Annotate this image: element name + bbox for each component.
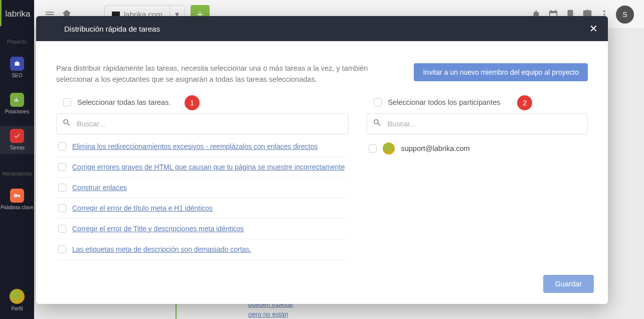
participants-search-input[interactable] [367,113,588,134]
task-row: Elimina los redireccionamientos excesivo… [56,136,347,157]
task-checkbox[interactable] [58,184,66,192]
participants-list[interactable]: support@labrika.com [367,136,588,261]
avatar-icon [383,142,395,154]
task-checkbox[interactable] [58,245,66,253]
task-link[interactable]: Corrige errores graves de HTML que causa… [72,163,345,171]
task-checkbox[interactable] [58,163,66,171]
modal-backdrop: Distribución rápida de tareas ✕ Para dis… [0,0,644,319]
tasks-column: 1 Seleccionar todas las tareas. [56,98,349,261]
task-link[interactable]: Construir enlaces [72,184,127,192]
task-link[interactable]: Corregir el error de título meta e H1 id… [72,204,213,212]
badge-step-2: 2 [517,95,532,110]
task-row: Construir enlaces [56,178,347,198]
participant-name: support@labrika.com [401,144,469,152]
participants-column: 2 Seleccionar todos los participantes [367,98,588,261]
task-link[interactable]: Elimina los redireccionamientos excesivo… [72,142,317,150]
task-row: Las etiquetas meta de descripción son de… [56,239,347,260]
participant-row: support@labrika.com [367,136,586,161]
select-all-tasks-label: Seleccionar todas las tareas. [77,98,171,106]
modal-title: Distribución rápida de tareas [64,25,160,33]
task-row: Corregir el error de título meta e H1 id… [56,198,347,219]
modal-header: Distribución rápida de tareas ✕ [36,16,608,41]
close-icon[interactable]: ✕ [589,23,598,35]
search-icon [373,118,382,129]
task-checkbox[interactable] [58,204,66,212]
select-all-participants-checkbox[interactable] [374,98,382,106]
search-icon [62,118,71,129]
modal: Distribución rápida de tareas ✕ Para dis… [36,16,608,304]
task-row: Corregir el error de Title y descripcion… [56,219,347,239]
participant-checkbox[interactable] [369,144,377,152]
task-checkbox[interactable] [58,142,66,150]
tasks-search-input[interactable] [56,113,349,134]
select-all-participants-label: Seleccionar todos los participantes [388,98,500,106]
invite-member-button[interactable]: Invitar a un nuevo miembro del equipo al… [414,63,588,81]
badge-step-1: 1 [185,95,200,110]
save-button[interactable]: Guardar [543,275,594,293]
task-link[interactable]: Las etiquetas meta de descripción son de… [72,245,251,253]
select-all-tasks-checkbox[interactable] [63,98,71,106]
tasks-list[interactable]: Elimina los redireccionamientos excesivo… [56,136,349,261]
modal-description: Para distribuir rápidamente las tareas, … [56,63,377,85]
task-link[interactable]: Corregir el error de Title y descripcion… [72,225,244,233]
task-row: Corrige errores graves de HTML que causa… [56,157,347,178]
task-checkbox[interactable] [58,225,66,233]
